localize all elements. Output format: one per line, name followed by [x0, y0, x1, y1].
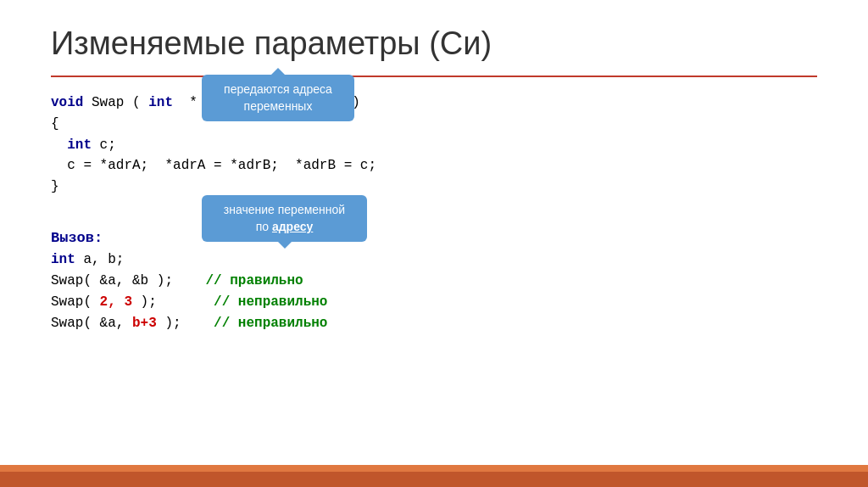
swap3-val: b+3 [132, 316, 157, 331]
bottom-bar [0, 472, 868, 487]
bottom-bar-accent [0, 465, 868, 472]
code-line-swap2: Swap( 2, 3 ); // неправильно [51, 292, 817, 313]
callout-addresses: передаются адреса переменных [202, 75, 354, 121]
kw-int3: int [67, 137, 92, 153]
kw-int1: int [148, 95, 173, 110]
code-line-open: { [51, 114, 817, 135]
code-line-intab: int a, b; [51, 249, 817, 271]
title-divider [51, 76, 817, 77]
comment3: // неправильно [214, 316, 327, 331]
code-line-intc: int c; [51, 135, 817, 156]
code-block: void Swap ( int * adrA, int * adrB ) { i… [51, 92, 817, 333]
comment1: // правильно [205, 273, 303, 288]
code-line-close: } [51, 176, 817, 198]
comment2: // неправильно [214, 294, 327, 310]
code-line-swap1: Swap( &a, &b ); // правильно [51, 271, 817, 292]
code-line-body: c = *adrA; *adrA = *adrB; *adrB = c; [51, 155, 817, 176]
callout-value: значение переменнойпо адресу [202, 195, 367, 242]
call-label: Вызов: [51, 227, 817, 249]
slide-container: Изменяемые параметры (Си) void Swap ( in… [0, 0, 868, 487]
kw-int4: int [51, 252, 75, 267]
swap2-vals: 2, 3 [100, 294, 132, 310]
code-line-swap3: Swap( &a, b+3 ); // неправильно [51, 313, 817, 334]
slide-title: Изменяемые параметры (Си) [51, 25, 817, 62]
code-blank1 [51, 198, 817, 219]
callout2-text: значение переменнойпо адресу [224, 203, 345, 233]
code-normal: Swap ( [83, 95, 148, 110]
kw-void: void [51, 95, 83, 110]
code-line-funcdef: void Swap ( int * adrA, int * adrB ) [51, 92, 817, 114]
